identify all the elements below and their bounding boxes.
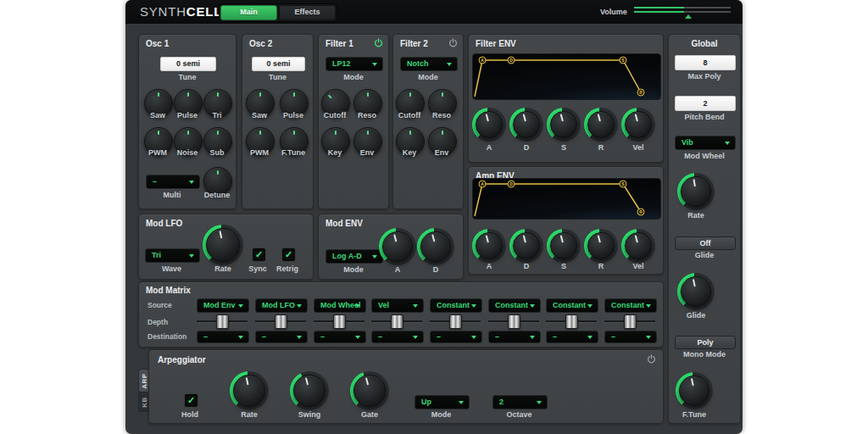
- knob-cap: [550, 232, 577, 259]
- dropdown-arrow-icon: [297, 336, 302, 339]
- slider-handle[interactable]: [333, 314, 346, 329]
- knob-cap: [293, 375, 326, 407]
- global-mod-wheel-dropdown[interactable]: Vib: [675, 136, 736, 150]
- amp-env-s-knob[interactable]: [547, 229, 581, 263]
- mod-lfo-wave-dropdown[interactable]: Tri: [145, 248, 200, 263]
- matrix-slot7-source-dropdown[interactable]: Constant: [546, 298, 598, 313]
- matrix-slot1-destination-dropdown[interactable]: –: [197, 331, 249, 343]
- filter-env-s-knob[interactable]: [547, 108, 581, 142]
- matrix-slot2-destination-dropdown[interactable]: –: [255, 331, 308, 343]
- matrix-slot2-depth-slider[interactable]: [255, 314, 306, 327]
- amp-env-d-knob[interactable]: [509, 229, 543, 263]
- arp-swing-knob[interactable]: [290, 371, 329, 410]
- slider-handle[interactable]: [216, 314, 229, 329]
- matrix-slot1-source-dropdown[interactable]: Mod Env: [197, 298, 249, 313]
- filter1-mode-dropdown[interactable]: LP12: [326, 57, 383, 71]
- knob-tick-icon: [217, 170, 219, 175]
- slider-handle[interactable]: [275, 314, 287, 329]
- amp-env-vel-knob[interactable]: [621, 229, 655, 263]
- filter1-reso-label: Reso: [350, 111, 384, 120]
- arpeggiator-power-icon[interactable]: [647, 354, 656, 364]
- matrix-slot3-destination-dropdown[interactable]: –: [314, 331, 366, 343]
- matrix-slot2-source-dropdown[interactable]: Mod LFO: [255, 298, 308, 313]
- arp-hold-checkbox[interactable]: ✓: [184, 393, 198, 408]
- global-glide-toggle-button[interactable]: Off: [675, 236, 736, 250]
- filter-env-r-knob[interactable]: [584, 108, 618, 142]
- matrix-slot4-depth-slider[interactable]: [371, 314, 422, 327]
- amp-env-display[interactable]: ADSR: [472, 178, 661, 220]
- matrix-slot5-source-dropdown[interactable]: Constant: [430, 298, 482, 313]
- matrix-slot6-destination-dropdown[interactable]: –: [488, 331, 541, 343]
- arp-rate-knob[interactable]: [230, 371, 269, 410]
- matrix-slot8-depth-slider[interactable]: [604, 314, 655, 327]
- knob-cap: [679, 376, 709, 406]
- mod-lfo-retrig-checkbox[interactable]: ✓: [281, 248, 296, 262]
- slider-handle[interactable]: [565, 314, 578, 329]
- slider-handle[interactable]: [624, 314, 637, 329]
- amp-env-r-knob[interactable]: [584, 229, 618, 263]
- global-max-poly-value[interactable]: 8: [675, 55, 736, 70]
- amp-env-a-label: A: [472, 262, 506, 270]
- volume-slider[interactable]: [634, 5, 731, 20]
- matrix-slot8-destination-dropdown[interactable]: –: [604, 331, 657, 343]
- tab-main[interactable]: Main: [220, 5, 277, 20]
- arp-mode-dropdown[interactable]: Up: [415, 395, 470, 409]
- filter-env-r-label: R: [584, 143, 618, 152]
- matrix-slot5-destination-dropdown[interactable]: –: [430, 331, 482, 343]
- volume-thumb-icon[interactable]: [685, 14, 692, 19]
- matrix-slot3-depth-slider[interactable]: [314, 314, 364, 327]
- global-ftune-knob[interactable]: [676, 372, 713, 409]
- matrix-slot4-source-dropdown[interactable]: Vel: [371, 298, 424, 313]
- volume-track: [634, 7, 731, 8]
- filter2-reso-label: Reso: [425, 111, 459, 120]
- mod-env-a-knob[interactable]: [379, 228, 416, 265]
- osc2-tune-label: Tune: [252, 73, 303, 81]
- mod-env-d-knob[interactable]: [417, 228, 454, 265]
- arp-gate-knob[interactable]: [350, 371, 389, 410]
- arp-octave-dropdown[interactable]: 2: [492, 395, 548, 409]
- matrix-slot6-source-dropdown[interactable]: Constant: [488, 298, 541, 313]
- knob-cap: [382, 231, 413, 262]
- matrix-slot4-destination-dropdown[interactable]: –: [371, 331, 424, 343]
- knob-cap: [681, 276, 711, 307]
- osc1-tune-value[interactable]: 0 semi: [160, 57, 216, 71]
- matrix-slot1-depth-slider[interactable]: [197, 314, 248, 327]
- mod-lfo-rate-knob[interactable]: [203, 225, 243, 265]
- slider-handle[interactable]: [391, 314, 403, 329]
- global-rate-knob[interactable]: [677, 173, 715, 210]
- osc1-multi-label: Multi: [146, 191, 198, 199]
- matrix-slot8-source-dropdown[interactable]: Constant: [604, 298, 657, 313]
- global-ftune-label: F.Tune: [676, 410, 713, 419]
- matrix-slot5-depth-slider[interactable]: [430, 314, 481, 327]
- filter-env-display[interactable]: ADSR: [472, 53, 661, 100]
- knob-cap: [513, 232, 540, 259]
- osc2-tune-value[interactable]: 0 semi: [252, 57, 305, 71]
- matrix-slot7-destination-dropdown[interactable]: –: [546, 331, 598, 343]
- dropdown-arrow-icon: [372, 255, 377, 259]
- filter1-power-icon[interactable]: [374, 38, 383, 47]
- filter-env-d-knob[interactable]: [509, 108, 543, 142]
- osc1-multi-dropdown[interactable]: –: [146, 175, 200, 189]
- matrix-slot6-depth-slider[interactable]: [488, 314, 539, 327]
- osc1-saw-label: Saw: [141, 111, 175, 120]
- dropdown-arrow-icon: [646, 336, 651, 339]
- filter2-mode-dropdown[interactable]: Notch: [400, 57, 458, 71]
- filter2-cutoff-label: Cutoff: [392, 111, 426, 120]
- knob-tick-icon: [442, 92, 443, 97]
- matrix-slot3-source-dropdown[interactable]: Mod Wheel: [314, 298, 366, 313]
- amp-env-a-knob[interactable]: [472, 229, 506, 263]
- filter1-cutoff-label: Cutoff: [318, 111, 352, 120]
- matrix-slot7-depth-slider[interactable]: [546, 314, 597, 327]
- tab-effects[interactable]: Effects: [279, 5, 336, 20]
- mod-lfo-sync-checkbox[interactable]: ✓: [252, 248, 266, 262]
- filter-env-a-knob[interactable]: [472, 108, 506, 142]
- filter-env-vel-knob[interactable]: [621, 108, 655, 142]
- global-pitch-bend-value[interactable]: 2: [675, 96, 736, 111]
- mod-env-mode-dropdown[interactable]: Log A-D: [326, 249, 383, 264]
- slider-handle[interactable]: [449, 314, 462, 329]
- filter2-power-icon[interactable]: [448, 38, 458, 47]
- global-glide-knob[interactable]: [677, 273, 715, 310]
- slider-handle[interactable]: [508, 314, 520, 329]
- osc2-saw-label: Saw: [242, 111, 276, 120]
- global-mono-mode-button[interactable]: Poly: [675, 336, 736, 349]
